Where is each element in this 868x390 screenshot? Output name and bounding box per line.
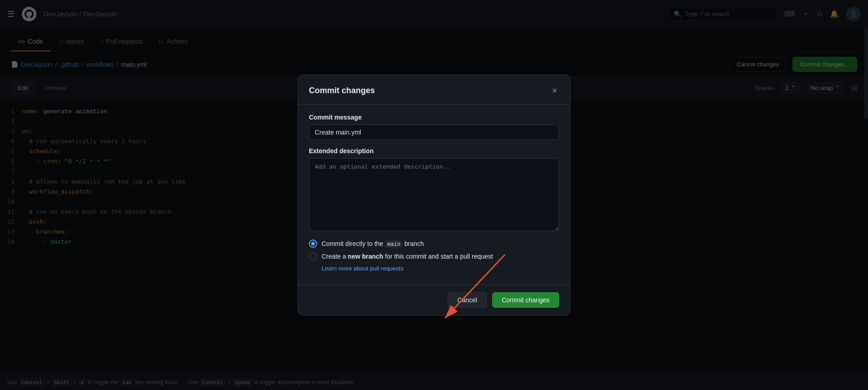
- radio-new-branch-label: Create a new branch for this commit and …: [322, 253, 493, 260]
- modal-footer: Cancel Commit changes: [298, 285, 570, 315]
- modal-header: Commit changes ×: [298, 75, 570, 105]
- modal-overlay: Commit changes × Commit message Extended…: [0, 0, 868, 390]
- modal-title: Commit changes: [309, 86, 375, 95]
- cancel-button[interactable]: Cancel: [448, 292, 487, 308]
- modal-body: Commit message Extended description Comm…: [298, 105, 570, 285]
- commit-message-input[interactable]: [309, 125, 559, 140]
- commit-changes-button[interactable]: Commit changes: [492, 292, 559, 308]
- extended-desc-textarea[interactable]: [309, 158, 559, 231]
- radio-commit-main[interactable]: Commit directly to the main branch: [309, 240, 559, 248]
- modal-close-button[interactable]: ×: [550, 84, 559, 97]
- extended-desc-label: Extended description: [309, 147, 559, 155]
- commit-message-label: Commit message: [309, 114, 559, 121]
- radio-new-branch[interactable]: Create a new branch for this commit and …: [309, 252, 559, 260]
- learn-more-link[interactable]: Learn more about pull requests: [322, 265, 559, 272]
- radio-new-branch-circle: [309, 252, 317, 260]
- radio-group: Commit directly to the main branch Creat…: [309, 240, 559, 272]
- radio-main-label: Commit directly to the main branch: [322, 240, 424, 247]
- commit-changes-modal: Commit changes × Commit message Extended…: [298, 75, 570, 315]
- radio-main-circle: [309, 240, 317, 248]
